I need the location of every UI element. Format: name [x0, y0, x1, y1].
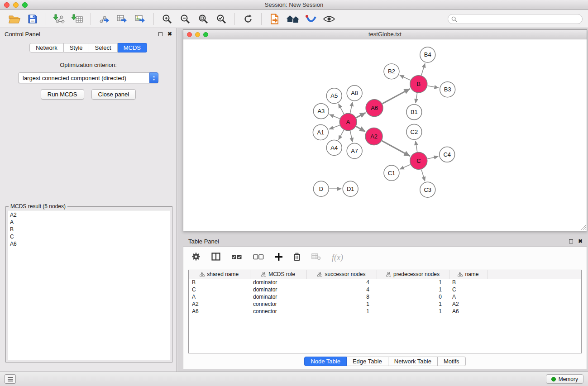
tab-node-table[interactable]: Node Table [304, 357, 347, 366]
graph-edge[interactable] [350, 131, 352, 142]
graph-edge[interactable] [416, 93, 417, 103]
create-column-button[interactable] [275, 253, 282, 262]
column-header[interactable]: predecessor nodes [377, 270, 449, 279]
close-panel-button[interactable]: Close panel [91, 89, 136, 100]
table-cell[interactable]: B [189, 279, 250, 286]
graph-edge[interactable] [421, 169, 425, 181]
maximize-network-window-button[interactable] [203, 32, 208, 37]
graph-edge[interactable] [382, 89, 410, 104]
float-table-panel-icon[interactable] [569, 239, 573, 243]
table-cell[interactable]: dominator [250, 286, 306, 293]
graph-node[interactable]: A7 [347, 143, 362, 158]
graph-edge[interactable] [416, 141, 417, 152]
table-cell[interactable]: B [449, 279, 488, 286]
network-graph[interactable]: B4B2BB3A5A8A6B1A3AC2A1A2A4A7C4CC1C3DD1 [183, 40, 587, 231]
table-cell[interactable]: C [449, 286, 488, 293]
tab-network[interactable]: Network [29, 43, 64, 52]
tab-select[interactable]: Select [89, 43, 118, 52]
graph-node[interactable]: D1 [343, 181, 358, 196]
graph-node[interactable]: A2 [365, 128, 382, 145]
run-mcds-button[interactable]: Run MCDS [41, 89, 84, 100]
mcds-result-item[interactable]: B [10, 226, 168, 233]
resize-grip-icon[interactable] [580, 224, 586, 230]
optimization-criterion-select[interactable]: largest connected component (directed) ▲… [18, 72, 158, 83]
table-cell[interactable]: A2 [449, 300, 488, 308]
graph-edge[interactable] [421, 63, 425, 76]
graph-node[interactable]: A4 [326, 140, 342, 155]
table-cell[interactable]: A6 [449, 308, 488, 315]
graph-node[interactable]: A6 [366, 100, 383, 117]
visual-style-button[interactable] [303, 12, 319, 26]
table-cell[interactable]: dominator [250, 293, 306, 300]
graph-node[interactable]: B1 [406, 105, 422, 120]
delete-column-button[interactable] [293, 253, 301, 263]
graph-node[interactable]: A3 [313, 104, 329, 119]
graph-edge[interactable] [329, 125, 340, 129]
show-panel-list-button[interactable] [5, 374, 16, 384]
table-cell[interactable]: 1 [377, 279, 449, 286]
export-network-button[interactable] [96, 12, 112, 26]
table-cell[interactable]: dominator [250, 279, 306, 286]
graph-edge[interactable] [356, 113, 366, 118]
minimize-network-window-button[interactable] [195, 32, 200, 37]
import-table-button[interactable] [70, 12, 85, 26]
graph-edge[interactable] [400, 165, 411, 170]
graph-node[interactable]: A8 [347, 86, 362, 101]
table-cell[interactable]: A6 [189, 308, 250, 315]
graph-node[interactable]: D [313, 181, 329, 196]
graph-node[interactable]: A5 [326, 88, 342, 104]
refresh-view-button[interactable] [240, 12, 256, 26]
float-panel-icon[interactable] [158, 32, 163, 36]
save-session-button[interactable] [25, 12, 40, 26]
fullscreen-window-button[interactable] [22, 2, 28, 8]
close-window-button[interactable] [4, 2, 10, 8]
table-cell[interactable]: 1 [377, 300, 449, 308]
table-row[interactable]: Cdominator41C [189, 286, 581, 293]
graph-node[interactable]: C3 [420, 182, 435, 197]
show-hide-button[interactable] [321, 12, 337, 26]
table-settings-button[interactable] [191, 252, 201, 263]
tab-mcds[interactable]: MCDS [118, 43, 147, 52]
memory-button[interactable]: Memory [546, 374, 583, 384]
show-columns-button[interactable] [211, 253, 220, 262]
function-builder-button[interactable]: f(x) [332, 253, 343, 262]
search-input[interactable] [448, 14, 583, 24]
tab-motifs[interactable]: Motifs [438, 357, 466, 366]
close-network-window-button[interactable] [187, 32, 192, 37]
import-network-button[interactable] [52, 12, 67, 26]
table-cell[interactable]: connector [250, 308, 306, 315]
graph-edge[interactable] [427, 157, 438, 159]
graph-node[interactable]: C4 [440, 147, 455, 162]
graph-node[interactable]: B2 [384, 64, 399, 79]
table-cell[interactable]: A2 [189, 300, 250, 308]
tab-network-table[interactable]: Network Table [388, 357, 438, 366]
graph-edge[interactable] [339, 104, 344, 114]
table-cell[interactable]: 8 [306, 293, 377, 300]
table-cell[interactable]: 1 [377, 286, 449, 293]
table-cell[interactable]: C [189, 286, 250, 293]
deselect-all-columns-button[interactable] [253, 253, 264, 262]
select-all-columns-button[interactable] [231, 253, 242, 262]
graph-edge[interactable] [400, 75, 411, 80]
graph-edge[interactable] [330, 114, 340, 119]
zoom-out-button[interactable] [177, 12, 193, 26]
export-image-button[interactable] [133, 12, 148, 26]
mcds-result-list[interactable]: A2ABCA6 [8, 210, 170, 360]
table-cell[interactable]: 1 [306, 300, 377, 308]
tab-style[interactable]: Style [64, 43, 89, 52]
home-view-button[interactable] [285, 12, 301, 26]
mcds-result-item[interactable]: A2 [10, 211, 168, 219]
column-header[interactable]: successor nodes [306, 270, 377, 279]
export-document-button[interactable] [267, 12, 282, 26]
graph-node[interactable]: B4 [420, 47, 435, 62]
graph-edge[interactable] [427, 86, 439, 88]
close-table-panel-icon[interactable]: ✖ [578, 239, 583, 243]
table-cell[interactable]: connector [250, 300, 306, 308]
table-cell[interactable]: 4 [306, 286, 377, 293]
graph-node[interactable]: B3 [440, 82, 455, 97]
zoom-fit-button[interactable] [196, 12, 211, 26]
table-row[interactable]: Bdominator41B [189, 279, 581, 286]
graph-node[interactable]: C2 [406, 124, 422, 140]
open-file-button[interactable] [7, 12, 22, 26]
graph-edge[interactable] [339, 130, 344, 140]
